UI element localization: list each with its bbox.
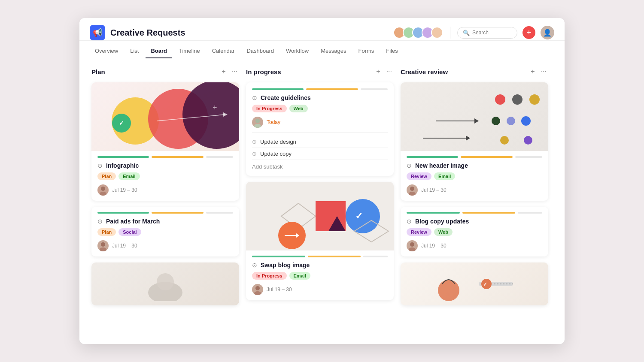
card-paid-ads-title: Paid ads for March xyxy=(106,218,160,225)
pbbc-g xyxy=(407,212,460,214)
column-inprogress-add[interactable]: + xyxy=(374,67,382,76)
card-blog-copy-progress xyxy=(407,212,542,214)
tab-messages[interactable]: Messages xyxy=(316,44,351,58)
card-guidelines-title: Create guidelines xyxy=(261,94,311,101)
add-subtask-btn[interactable]: Add subtask xyxy=(252,160,388,170)
card-infographic-tags: Plan Email xyxy=(97,172,233,180)
card-paid-ads-footer: Jul 19 – 30 xyxy=(97,240,233,251)
tag-review[interactable]: Review xyxy=(407,172,431,180)
card-guidelines-progress xyxy=(252,88,388,90)
column-review-add[interactable]: + xyxy=(529,67,536,76)
card-new-header-tags: Review Email xyxy=(407,172,542,180)
check-icon-6: ⊙ xyxy=(407,218,412,225)
card-new-header: ⊙ New header image Review Email Jul 19 –… xyxy=(401,82,548,201)
tab-files[interactable]: Files xyxy=(381,44,403,58)
tab-calendar[interactable]: Calendar xyxy=(207,44,240,58)
card-infographic-body: ⊙ Infographic Plan Email Jul 19 – 30 xyxy=(91,151,239,201)
card-guidelines: ⊙ Create guidelines In Progress Web Toda… xyxy=(246,82,394,176)
card-infographic: ✓ + + ⊙ Infographic xyxy=(91,82,239,201)
tag-email[interactable]: Email xyxy=(118,172,140,180)
svg-point-19 xyxy=(346,199,380,233)
column-plan-more[interactable]: ··· xyxy=(230,67,239,76)
tab-dashboard[interactable]: Dashboard xyxy=(241,44,279,58)
svg-point-16 xyxy=(254,124,261,128)
check-icon-5: ⊙ xyxy=(407,162,412,169)
card-infographic-title-row: ⊙ Infographic xyxy=(97,162,233,169)
header-right: 🔍 + 👤 xyxy=(393,26,554,39)
tab-timeline[interactable]: Timeline xyxy=(174,44,205,58)
subtask-update-copy: ⊙ Update copy xyxy=(252,148,388,160)
svg-point-15 xyxy=(255,119,260,123)
header: 📢 Creative Requests 🔍 + 👤 xyxy=(79,18,565,41)
card-paid-ads: ⊙ Paid ads for March Plan Social Jul 19 … xyxy=(91,207,239,256)
tab-list[interactable]: List xyxy=(125,44,144,58)
avatar-new-header xyxy=(407,184,418,196)
search-box[interactable]: 🔍 xyxy=(457,27,517,39)
pb-gr xyxy=(363,256,388,257)
subtask-label-1: Update design xyxy=(260,139,296,145)
pbnh-g xyxy=(407,156,458,158)
tag-social[interactable]: Social xyxy=(118,228,141,236)
pb-g xyxy=(252,256,305,257)
card-new-header-date: Jul 19 – 30 xyxy=(421,187,447,193)
card-swap-blog-title: Swap blog image xyxy=(261,262,310,268)
progress-bar-yellow xyxy=(152,212,203,214)
avatar-swap-blog xyxy=(252,284,263,295)
card-infographic-image: ✓ + + xyxy=(91,82,239,151)
column-review-more[interactable]: ··· xyxy=(539,67,548,76)
svg-point-44 xyxy=(438,280,459,301)
svg-point-34 xyxy=(500,136,509,145)
card-new-header-body: ⊙ New header image Review Email Jul 19 –… xyxy=(401,151,548,201)
avatar-5 xyxy=(431,27,443,39)
svg-point-43 xyxy=(409,247,416,251)
tag-plan-2[interactable]: Plan xyxy=(97,228,116,236)
card-swap-blog-title-row: ⊙ Swap blog image xyxy=(252,262,388,268)
tag-inprogress[interactable]: In Progress xyxy=(252,105,287,112)
svg-marker-39 xyxy=(466,136,470,141)
tab-forms[interactable]: Forms xyxy=(353,44,379,58)
svg-text:✓: ✓ xyxy=(355,211,363,221)
card-new-header-image xyxy=(401,82,548,151)
add-button[interactable]: + xyxy=(522,26,535,39)
header-divider xyxy=(450,27,450,39)
tab-board[interactable]: Board xyxy=(146,44,172,58)
column-plan-title: Plan xyxy=(91,68,217,75)
tag-email-2[interactable]: Email xyxy=(289,272,310,280)
pb-green xyxy=(252,88,304,90)
column-inprogress-title: In progress xyxy=(246,68,372,75)
card-guidelines-title-row: ⊙ Create guidelines xyxy=(252,94,388,101)
tab-workflow[interactable]: Workflow xyxy=(281,44,314,58)
card-new-header-title: New header image xyxy=(415,162,468,169)
tag-review-2[interactable]: Review xyxy=(407,228,431,236)
tab-overview[interactable]: Overview xyxy=(90,44,123,58)
subtasks-container: ⊙ Update design ⊙ Update copy Add subtas… xyxy=(252,132,388,170)
svg-point-41 xyxy=(409,192,416,196)
tag-web[interactable]: Web xyxy=(289,105,308,112)
svg-point-31 xyxy=(492,117,500,125)
tag-plan[interactable]: Plan xyxy=(97,172,116,180)
check-icon-3: ⊙ xyxy=(252,94,257,101)
progress-bar-1 xyxy=(97,156,149,158)
svg-point-28 xyxy=(495,94,505,105)
progress-bar-grey xyxy=(206,212,233,214)
team-avatars xyxy=(393,27,443,39)
svg-text:✓: ✓ xyxy=(119,120,124,127)
card-blog-copy-tags: Review Web xyxy=(407,228,542,236)
progress-bar-green xyxy=(97,212,149,214)
avatar-infographic xyxy=(97,184,109,196)
column-inprogress-more[interactable]: ··· xyxy=(385,67,394,76)
tag-inprogress-2[interactable]: In Progress xyxy=(252,272,287,280)
board-content: Plan + ··· ✓ + + xyxy=(79,58,565,344)
svg-point-42 xyxy=(410,242,414,247)
tag-email-3[interactable]: Email xyxy=(434,172,455,180)
svg-text:+: + xyxy=(213,103,217,112)
tag-web-2[interactable]: Web xyxy=(434,228,453,236)
app-icon: 📢 xyxy=(90,25,105,40)
column-plan-add[interactable]: + xyxy=(220,67,227,76)
search-input[interactable] xyxy=(472,30,507,36)
pb-yellow xyxy=(306,88,358,90)
svg-point-40 xyxy=(410,187,414,191)
card-blog-copy-date: Jul 19 – 30 xyxy=(421,243,447,249)
card-blog-copy-title: Blog copy updates xyxy=(415,218,469,225)
page-title: Creative Requests xyxy=(110,28,388,38)
